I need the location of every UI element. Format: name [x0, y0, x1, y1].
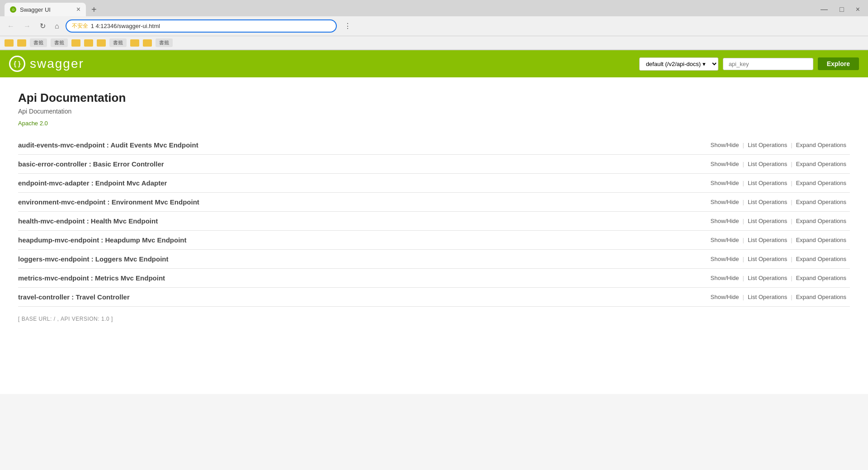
- swagger-controls: default (/v2/api-docs) ▾ Explore: [639, 57, 859, 71]
- api-key-input[interactable]: [723, 58, 813, 70]
- tab-close-button[interactable]: ×: [76, 6, 80, 13]
- expand-operations-link[interactable]: Expand Operations: [793, 199, 850, 205]
- minimize-button[interactable]: —: [817, 5, 831, 14]
- forward-button[interactable]: →: [21, 20, 33, 32]
- show-hide-link[interactable]: Show/Hide: [707, 275, 743, 281]
- base-url-info: [ BASE URL: / , API VERSION: 1.0 ]: [18, 316, 850, 322]
- bookmark-folder-7[interactable]: [143, 39, 152, 47]
- api-version-value: 1.0: [101, 316, 109, 322]
- endpoint-actions: Show/Hide | List Operations | Expand Ope…: [707, 256, 850, 262]
- bookmark-item-3[interactable]: 書籤: [109, 38, 127, 47]
- expand-operations-link[interactable]: Expand Operations: [793, 256, 850, 262]
- bookmark-folder-1[interactable]: [5, 39, 14, 47]
- list-operations-link[interactable]: List Operations: [744, 180, 791, 186]
- swagger-header: { } swagger default (/v2/api-docs) ▾ Exp…: [0, 50, 868, 77]
- url-bar[interactable]: 不安全 1 4:12346/swagger-ui.html: [66, 19, 337, 33]
- expand-operations-link[interactable]: Expand Operations: [793, 161, 850, 167]
- show-hide-link[interactable]: Show/Hide: [707, 237, 743, 243]
- security-indicator: 不安全: [72, 22, 88, 30]
- endpoint-actions: Show/Hide | List Operations | Expand Ope…: [707, 161, 850, 167]
- expand-operations-link[interactable]: Expand Operations: [793, 275, 850, 281]
- list-operations-link[interactable]: List Operations: [744, 275, 791, 281]
- endpoint-name: environment-mvc-endpoint : Environment M…: [18, 198, 707, 206]
- list-operations-link[interactable]: List Operations: [744, 256, 791, 262]
- show-hide-link[interactable]: Show/Hide: [707, 142, 743, 148]
- endpoint-actions: Show/Hide | List Operations | Expand Ope…: [707, 237, 850, 243]
- expand-operations-link[interactable]: Expand Operations: [793, 180, 850, 186]
- endpoint-actions: Show/Hide | List Operations | Expand Ope…: [707, 180, 850, 186]
- tab-title: Swagger UI: [20, 6, 73, 13]
- endpoint-row: audit-events-mvc-endpoint : Audit Events…: [18, 136, 850, 155]
- endpoint-row: endpoint-mvc-adapter : Endpoint Mvc Adap…: [18, 174, 850, 193]
- browser-chrome: ⊙ Swagger UI × + — □ × ← → ↻ ⌂ 不安全 1 4:1…: [0, 0, 868, 50]
- bookmark-item-4[interactable]: 書籤: [156, 38, 173, 47]
- api-title: Api Documentation: [18, 91, 850, 105]
- expand-operations-link[interactable]: Expand Operations: [793, 218, 850, 224]
- address-bar: ← → ↻ ⌂ 不安全 1 4:12346/swagger-ui.html ⋮: [0, 16, 868, 36]
- list-operations-link[interactable]: List Operations: [744, 218, 791, 224]
- swagger-logo: { } swagger: [9, 56, 84, 72]
- tab-favicon: ⊙: [10, 6, 16, 13]
- endpoint-row: loggers-mvc-endpoint : Loggers Mvc Endpo…: [18, 250, 850, 269]
- endpoint-row: heapdump-mvc-endpoint : Heapdump Mvc End…: [18, 231, 850, 250]
- list-operations-link[interactable]: List Operations: [744, 161, 791, 167]
- bookmark-folder-5[interactable]: [97, 39, 106, 47]
- show-hide-link[interactable]: Show/Hide: [707, 161, 743, 167]
- endpoint-row: health-mvc-endpoint : Health Mvc Endpoin…: [18, 212, 850, 231]
- list-operations-link[interactable]: List Operations: [744, 237, 791, 243]
- show-hide-link[interactable]: Show/Hide: [707, 199, 743, 205]
- endpoint-name: travel-controller : Travel Controller: [18, 293, 707, 301]
- swagger-title: swagger: [30, 57, 84, 71]
- endpoint-name: audit-events-mvc-endpoint : Audit Events…: [18, 141, 707, 149]
- base-url-value: /: [54, 316, 56, 322]
- base-url-label: BASE URL:: [22, 316, 54, 322]
- show-hide-link[interactable]: Show/Hide: [707, 294, 743, 300]
- back-button[interactable]: ←: [5, 20, 17, 32]
- swagger-icon: { }: [9, 56, 25, 72]
- endpoint-list: audit-events-mvc-endpoint : Audit Events…: [18, 136, 850, 307]
- bookmark-folder-2[interactable]: [17, 39, 26, 47]
- close-window-button[interactable]: ×: [852, 5, 863, 14]
- swagger-content: Api Documentation Api Documentation Apac…: [0, 77, 868, 394]
- endpoint-actions: Show/Hide | List Operations | Expand Ope…: [707, 218, 850, 224]
- bookmark-item-2[interactable]: 書籤: [51, 38, 68, 47]
- endpoint-name: endpoint-mvc-adapter : Endpoint Mvc Adap…: [18, 179, 707, 187]
- endpoint-row: environment-mvc-endpoint : Environment M…: [18, 193, 850, 212]
- api-version-label: API VERSION:: [61, 316, 101, 322]
- bookmark-folder-3[interactable]: [71, 39, 80, 47]
- expand-operations-link[interactable]: Expand Operations: [793, 237, 850, 243]
- swagger-ui: { } swagger default (/v2/api-docs) ▾ Exp…: [0, 50, 868, 394]
- list-operations-link[interactable]: List Operations: [744, 294, 791, 300]
- expand-operations-link[interactable]: Expand Operations: [793, 294, 850, 300]
- apache-license-link[interactable]: Apache 2.0: [18, 120, 48, 127]
- show-hide-link[interactable]: Show/Hide: [707, 256, 743, 262]
- show-hide-link[interactable]: Show/Hide: [707, 180, 743, 186]
- tab-bar: ⊙ Swagger UI × + — □ ×: [0, 0, 868, 16]
- bookmark-folder-6[interactable]: [130, 39, 139, 47]
- api-subtitle: Api Documentation: [18, 108, 850, 115]
- endpoint-actions: Show/Hide | List Operations | Expand Ope…: [707, 294, 850, 300]
- new-tab-button[interactable]: +: [89, 5, 99, 15]
- endpoint-name: health-mvc-endpoint : Health Mvc Endpoin…: [18, 217, 707, 225]
- refresh-button[interactable]: ↻: [37, 20, 48, 32]
- url-text: 1 4:12346/swagger-ui.html: [91, 23, 160, 29]
- endpoint-name: metrics-mvc-endpoint : Metrics Mvc Endpo…: [18, 274, 707, 282]
- endpoint-row: travel-controller : Travel Controller Sh…: [18, 288, 850, 307]
- maximize-button[interactable]: □: [836, 5, 848, 14]
- api-docs-select[interactable]: default (/v2/api-docs) ▾: [639, 57, 718, 71]
- bookmarks-bar: 書籤 書籤 書籤 書籤: [0, 36, 868, 50]
- endpoint-actions: Show/Hide | List Operations | Expand Ope…: [707, 199, 850, 205]
- expand-operations-link[interactable]: Expand Operations: [793, 142, 850, 148]
- endpoint-row: metrics-mvc-endpoint : Metrics Mvc Endpo…: [18, 269, 850, 288]
- bookmark-item-1[interactable]: 書籤: [30, 38, 47, 47]
- endpoint-name: heapdump-mvc-endpoint : Heapdump Mvc End…: [18, 236, 707, 244]
- active-tab[interactable]: ⊙ Swagger UI ×: [5, 3, 86, 16]
- more-button[interactable]: ⋮: [340, 22, 355, 30]
- show-hide-link[interactable]: Show/Hide: [707, 218, 743, 224]
- endpoint-name: loggers-mvc-endpoint : Loggers Mvc Endpo…: [18, 255, 707, 263]
- explore-button[interactable]: Explore: [818, 57, 859, 70]
- bookmark-folder-4[interactable]: [84, 39, 93, 47]
- list-operations-link[interactable]: List Operations: [744, 199, 791, 205]
- list-operations-link[interactable]: List Operations: [744, 142, 791, 148]
- home-button[interactable]: ⌂: [52, 20, 62, 32]
